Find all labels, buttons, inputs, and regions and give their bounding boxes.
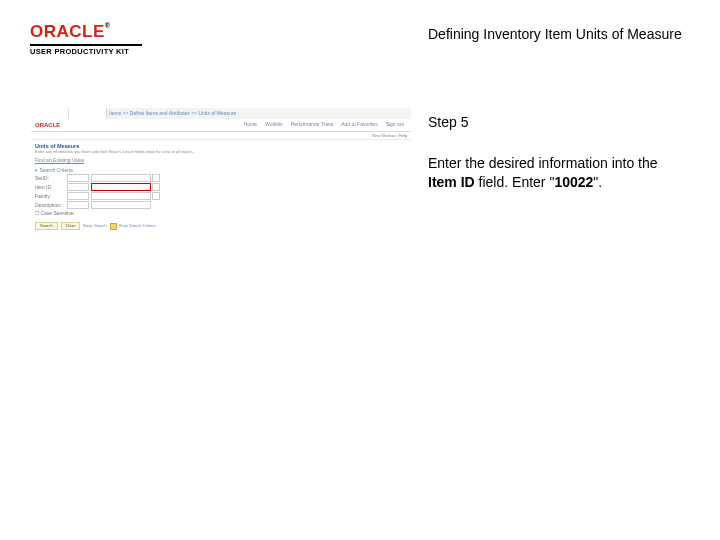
logo-block: ORACLE® USER PRODUCTIVITY KIT	[30, 22, 142, 56]
embedded-screenshot: Items >> Define Items and Attributes >> …	[31, 108, 411, 233]
shot-find-link: Find an Existing Value	[35, 158, 84, 164]
shot-family-input	[91, 192, 151, 200]
shot-description-op	[67, 201, 89, 209]
shot-family-label: Family:	[35, 194, 67, 200]
shot-mainmenu-box	[69, 108, 107, 119]
shot-nav: Home Worklist Performance Trace Add to F…	[241, 122, 411, 128]
shot-topbar: Items >> Define Items and Attributes >> …	[31, 108, 411, 119]
shot-oracle-logo: ORACLE	[31, 122, 241, 129]
shot-itemid-label: Item ID:	[35, 185, 67, 191]
shot-case-sensitive: ☐ Case Sensitive	[35, 211, 407, 217]
shot-setid-input	[91, 174, 151, 182]
page-title: Defining Inventory Item Units of Measure	[428, 26, 682, 42]
oracle-logo: ORACLE®	[30, 22, 142, 42]
instruction-text-3: ".	[593, 174, 602, 190]
step-instruction: Enter the desired information into the I…	[428, 154, 684, 192]
instruction-text-2: field. Enter "	[475, 174, 555, 190]
instruction-field-name: Item ID	[428, 174, 475, 190]
shot-row-setid: SetID:	[35, 174, 407, 182]
shot-description-label: Description:	[35, 203, 67, 209]
shot-itemid-input	[91, 183, 151, 191]
shot-row-description: Description:	[35, 201, 407, 209]
shot-nav-worklist: Worklist	[262, 122, 286, 128]
shot-row-family: Family:	[35, 192, 407, 200]
shot-setid-op	[67, 174, 89, 182]
shot-description-input	[91, 201, 151, 209]
shot-row-itemid: Item ID:	[35, 183, 407, 191]
shot-family-op	[67, 192, 89, 200]
instruction-value: 10022	[554, 174, 593, 190]
shot-nav-perf: Performance Trace	[288, 122, 337, 128]
shot-breadcrumb: Items >> Define Items and Attributes >> …	[107, 111, 238, 117]
shot-nav-home: Home	[241, 122, 260, 128]
shot-search-button: Search	[35, 222, 58, 230]
shot-basic-search-link: Basic Search	[83, 222, 107, 230]
product-line: USER PRODUCTIVITY KIT	[30, 44, 142, 56]
shot-button-row: Search Clear Basic Search Save Search Cr…	[35, 222, 407, 230]
shot-favorites-box	[31, 108, 69, 119]
shot-search-criteria-header: ▾ Search Criteria	[35, 168, 407, 174]
lookup-icon	[152, 174, 160, 182]
shot-nav-signout: Sign out	[383, 122, 407, 128]
save-icon	[110, 223, 117, 230]
shot-clear-button: Clear	[61, 222, 81, 230]
shot-nav-fav: Add to Favorites	[338, 122, 380, 128]
instruction-text-1: Enter the desired information into the	[428, 155, 658, 171]
shot-setid-label: SetID:	[35, 176, 67, 182]
shot-body: Units of Measure Enter any information y…	[31, 140, 411, 233]
lookup-icon	[152, 183, 160, 191]
oracle-wordmark: ORACLE	[30, 22, 105, 41]
trademark-symbol: ®	[105, 22, 111, 29]
shot-blurb: Enter any information you have and click…	[35, 150, 407, 154]
shot-itemid-op	[67, 183, 89, 191]
lookup-icon	[152, 192, 160, 200]
shot-subbar: New Window | Help	[31, 132, 411, 140]
shot-header: ORACLE Home Worklist Performance Trace A…	[31, 119, 411, 132]
step-label: Step 5	[428, 114, 468, 130]
shot-save-search-link: Save Search Criteria	[110, 222, 156, 230]
